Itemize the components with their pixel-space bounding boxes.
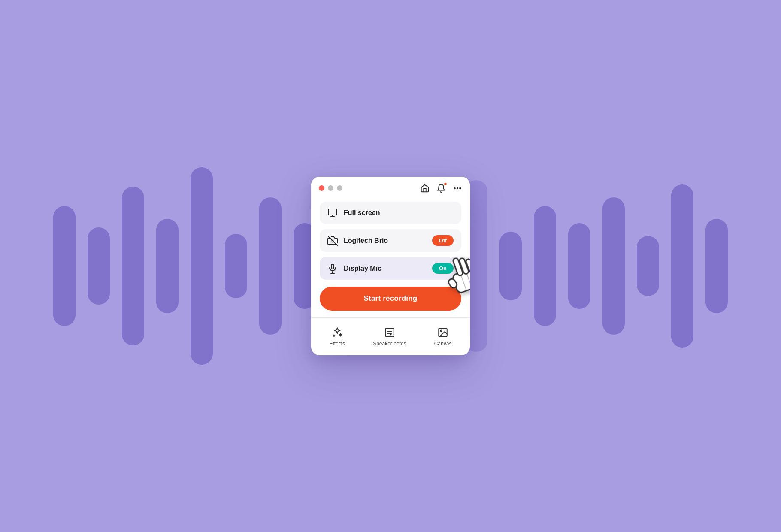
start-recording-button[interactable]: Start recording [320, 287, 461, 311]
sparkles-icon [332, 326, 343, 338]
effects-button[interactable]: Effects [330, 326, 345, 347]
wave-bar [671, 184, 693, 348]
logitech-brio-option[interactable]: Logitech Brio Off [320, 229, 461, 252]
svg-rect-11 [385, 329, 394, 337]
wave-bar [225, 234, 247, 298]
effects-label: Effects [330, 341, 345, 347]
svg-rect-3 [328, 209, 337, 215]
svg-line-6 [328, 236, 337, 245]
divider [311, 317, 470, 318]
mic-icon [327, 263, 338, 274]
canvas-label: Canvas [434, 341, 452, 347]
more-icon[interactable] [453, 184, 462, 193]
title-bar [311, 177, 470, 198]
traffic-lights [319, 185, 342, 191]
speaker-notes-button[interactable]: Speaker notes [373, 326, 406, 347]
wave-bar [122, 187, 144, 345]
bell-icon[interactable] [436, 184, 446, 193]
full-screen-option[interactable]: Full screen [320, 202, 461, 224]
maximize-button[interactable] [337, 185, 342, 191]
display-mic-toggle[interactable]: On [432, 263, 454, 274]
wave-bar [602, 197, 625, 335]
wave-bar [88, 227, 110, 305]
close-button[interactable] [319, 185, 324, 191]
edit-icon [384, 326, 395, 338]
camera-off-icon [327, 235, 338, 246]
image-icon [437, 326, 448, 338]
svg-point-1 [457, 187, 458, 188]
minimize-button[interactable] [328, 185, 333, 191]
content-area: Full screen Logitech Brio Off [311, 198, 470, 318]
display-mic-option[interactable]: Display Mic On [320, 257, 461, 280]
wave-bar [259, 197, 282, 335]
svg-point-13 [441, 330, 442, 332]
title-icons [420, 184, 462, 193]
logitech-brio-toggle[interactable]: Off [432, 235, 454, 246]
full-screen-label: Full screen [344, 209, 380, 217]
speaker-notes-label: Speaker notes [373, 341, 406, 347]
app-window: Full screen Logitech Brio Off [311, 177, 470, 356]
wave-bar [534, 206, 556, 326]
monitor-icon [327, 208, 338, 218]
svg-rect-8 [331, 264, 334, 269]
svg-point-0 [454, 187, 455, 188]
bottom-bar: Effects Speaker notes Canvas [311, 321, 470, 355]
display-mic-label: Display Mic [344, 265, 381, 272]
home-icon[interactable] [420, 184, 430, 193]
svg-point-2 [460, 187, 460, 188]
wave-bar [637, 236, 659, 296]
wave-bar [499, 232, 522, 300]
logitech-brio-label: Logitech Brio [344, 237, 388, 245]
wave-bar [156, 219, 179, 313]
wave-bar [191, 167, 213, 365]
canvas-button[interactable]: Canvas [434, 326, 452, 347]
wave-bar [568, 223, 590, 309]
wave-bar [705, 219, 728, 313]
wave-bar [53, 206, 76, 326]
notification-dot [444, 182, 447, 186]
